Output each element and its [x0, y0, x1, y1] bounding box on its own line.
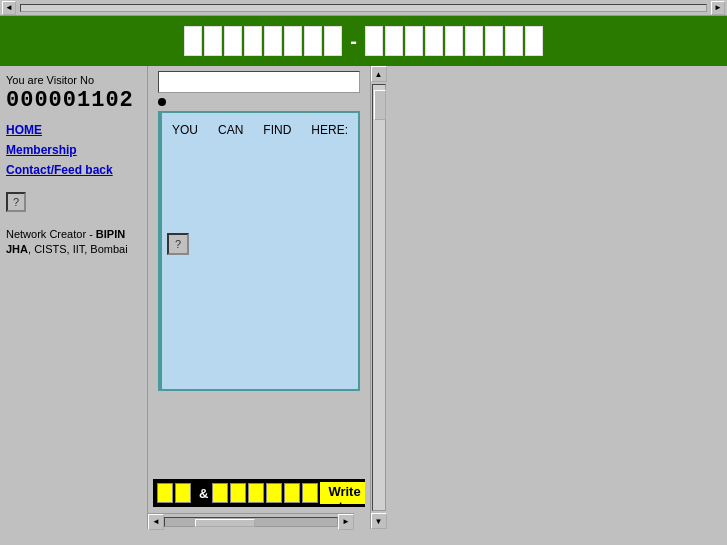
logo-block-4	[244, 26, 262, 56]
yellow-block-1	[157, 483, 173, 503]
visitor-label: You are Visitor No	[6, 74, 141, 86]
ampersand-text: &	[199, 486, 208, 501]
network-creator-suffix: , CISTS, IIT, Bombai	[28, 243, 128, 255]
h-scroll-track[interactable]	[164, 517, 338, 527]
logo-block-14	[465, 26, 483, 56]
h-scroll-left[interactable]: ◄	[148, 514, 164, 530]
network-creator-prefix: Network Creator -	[6, 228, 96, 240]
v-scroll-thumb[interactable]	[374, 90, 386, 120]
inner-content: YOU CAN FIND HERE: ? &	[148, 66, 370, 529]
logo-block-11	[405, 26, 423, 56]
info-box-question-icon[interactable]: ?	[167, 233, 189, 255]
logo-block-15	[485, 26, 503, 56]
sidebar-question-icon[interactable]: ?	[6, 192, 26, 212]
logo-separator: -	[350, 30, 357, 53]
v-scroll-down[interactable]: ▼	[371, 513, 387, 529]
logo-block-7	[304, 26, 322, 56]
info-box-header: YOU CAN FIND HERE:	[172, 123, 348, 137]
h-scroll-thumb[interactable]	[195, 519, 255, 527]
header-bar: -	[0, 16, 727, 66]
h-scroll-right[interactable]: ►	[338, 514, 354, 530]
yellow-blocks-left	[153, 480, 195, 506]
logo-block-16	[505, 26, 523, 56]
col-you: YOU	[172, 123, 198, 137]
col-here: HERE:	[311, 123, 348, 137]
white-input-bar[interactable]	[158, 71, 360, 93]
top-scrollbar: ◄ ►	[0, 0, 727, 16]
bullet-point	[158, 98, 166, 106]
nav-membership[interactable]: Membership	[6, 143, 141, 157]
v-scroll-track[interactable]	[372, 84, 386, 511]
col-can: CAN	[218, 123, 243, 137]
nav-home[interactable]: HOME	[6, 123, 141, 137]
top-scroll-left[interactable]: ◄	[2, 1, 16, 15]
logo-block-6	[284, 26, 302, 56]
nav-contact[interactable]: Contact/Feed back	[6, 163, 141, 177]
horizontal-scrollbar: ◄ ►	[148, 513, 354, 529]
write-to-button[interactable]: Write to	[320, 482, 365, 504]
network-creator-info: Network Creator - BIPIN JHA, CISTS, IIT,…	[6, 227, 141, 258]
logo-block-1	[184, 26, 202, 56]
logo-block-3	[224, 26, 242, 56]
yellow-blocks-right	[212, 483, 318, 503]
yellow-block-6	[266, 483, 282, 503]
main-layout: You are Visitor No 000001102 HOME Member…	[0, 66, 727, 529]
yellow-block-7	[284, 483, 300, 503]
logo-block-13	[445, 26, 463, 56]
bottom-action-bar: & Write to	[153, 479, 365, 507]
content-with-scrollbar: YOU CAN FIND HERE: ? &	[148, 66, 386, 529]
yellow-block-5	[248, 483, 264, 503]
logo-block-9	[365, 26, 383, 56]
v-scroll-up[interactable]: ▲	[371, 66, 387, 82]
header-logo: -	[184, 26, 543, 56]
yellow-block-8	[302, 483, 318, 503]
logo-block-12	[425, 26, 443, 56]
top-scroll-track[interactable]	[20, 4, 707, 12]
logo-block-2	[204, 26, 222, 56]
yellow-block-3	[212, 483, 228, 503]
logo-block-17	[525, 26, 543, 56]
top-scroll-right[interactable]: ►	[711, 1, 725, 15]
col-find: FIND	[263, 123, 291, 137]
visitor-number: 000001102	[6, 88, 141, 113]
sidebar: You are Visitor No 000001102 HOME Member…	[0, 66, 148, 529]
yellow-block-2	[175, 483, 191, 503]
right-scrollbar: ▲ ▼	[370, 66, 386, 529]
info-box: YOU CAN FIND HERE: ?	[158, 111, 360, 391]
logo-block-8	[324, 26, 342, 56]
logo-block-10	[385, 26, 403, 56]
logo-block-5	[264, 26, 282, 56]
yellow-block-4	[230, 483, 246, 503]
